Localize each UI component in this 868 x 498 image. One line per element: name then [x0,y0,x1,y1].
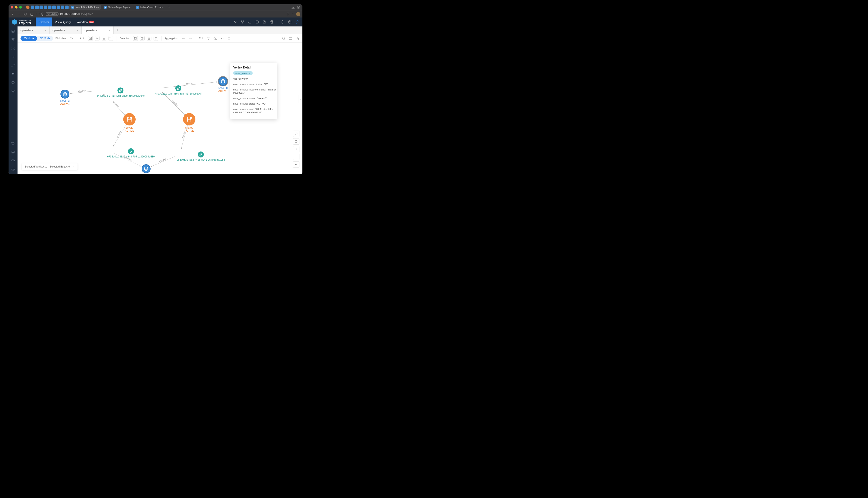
settings-icon[interactable] [11,167,15,172]
expand-icon[interactable] [11,46,15,51]
mini-tab[interactable] [35,5,39,9]
window-close-icon[interactable] [11,6,13,9]
graph-node[interactable]: server-1ACTIVE [141,164,151,174]
aggregation-group-icon[interactable] [181,36,186,41]
help-icon[interactable] [288,20,292,24]
mini-tab[interactable] [52,5,56,9]
undo-icon[interactable] [220,36,225,41]
nav-visual-query[interactable]: Visual Query [52,17,74,26]
link-icon[interactable] [295,20,299,24]
reload-button[interactable] [24,12,27,16]
mode-3d-button[interactable]: 3D Mode [37,36,53,41]
mini-tab[interactable] [65,5,68,9]
graph-node[interactable]: server-3ACTIVE [60,90,69,105]
home-button[interactable] [30,12,34,16]
detection-community-icon[interactable] [154,36,158,41]
new-tab-button[interactable]: + [166,5,171,9]
branch-icon[interactable] [233,20,237,24]
connection-icon[interactable] [11,55,15,59]
app-logo[interactable]: NebulaGraphExplorer [12,19,31,25]
download-icon[interactable] [248,20,252,24]
mini-tab[interactable] [44,5,47,9]
panel-collapse-button[interactable]: ‹ [298,95,303,103]
close-tab-icon[interactable]: × [77,29,78,32]
delete-icon[interactable] [227,36,231,41]
window-maximize-icon[interactable] [19,6,22,9]
mini-tab[interactable] [31,5,34,9]
screenshot-icon[interactable] [288,36,293,41]
layout-dagre-icon[interactable] [108,36,113,41]
profile-avatar[interactable] [296,12,300,16]
print-icon[interactable] [270,20,273,24]
layout-tree-icon[interactable] [102,36,106,41]
forward-button[interactable] [17,12,21,16]
layout-radial-icon[interactable] [95,36,100,41]
save-icon[interactable] [263,20,266,24]
mini-tab[interactable] [48,5,51,9]
svg-point-39 [183,38,183,39]
polygon-icon[interactable] [11,80,15,85]
path-icon[interactable] [11,63,15,68]
mode-2d-button[interactable]: 2D Mode [21,36,37,41]
graph-node[interactable]: server-0ACTIVE [218,77,228,93]
template-icon[interactable] [11,72,15,76]
close-tab-icon[interactable]: × [109,29,111,32]
document-tab[interactable]: openstack× [50,26,81,34]
back-button[interactable] [11,12,14,16]
zoom-out-button[interactable]: − [293,154,299,160]
selection-status[interactable]: Selected Vertices 1 Selected Edges 0 ⌃ [22,163,78,170]
bookmark-icon[interactable] [286,12,290,16]
layout-menu-button[interactable]: ▾ [293,131,299,137]
history-icon[interactable] [11,141,15,146]
graph-node[interactable]: privateACTIVE [123,113,136,132]
detection-isolate-icon[interactable] [147,36,151,41]
chevron-down-icon[interactable]: ▾ [292,13,293,15]
layout-force-icon[interactable] [88,36,93,41]
tree-icon[interactable] [241,20,244,24]
mini-tab[interactable] [39,5,43,9]
console-icon[interactable] [11,150,15,155]
url-input[interactable]: Not Secure 192.168.8.131:7002/explorer [36,12,284,16]
graph-node[interactable]: 344ebd38-374d-4dd5-bade-356d0cbf364c [97,88,144,97]
graph-node[interactable]: 6734d4a1-3342-4f9f-87b5-ca366689dd39 [107,148,155,158]
mini-tab[interactable] [61,5,64,9]
detection-loop-icon[interactable] [133,36,138,41]
document-tab[interactable]: openstack× [81,26,114,34]
browser-tab[interactable]: NNebulaGraph Explorer [134,5,166,10]
window-minimize-icon[interactable] [15,6,17,9]
trash-icon[interactable]: 🗑 [297,5,300,9]
add-tab-button[interactable]: + [114,28,121,32]
document-tab[interactable]: openstack× [17,26,50,34]
mini-tab[interactable] [56,5,60,9]
security-badge: Not Secure [46,12,59,16]
filter-icon[interactable] [11,38,15,42]
nav-explorer[interactable]: Explorer [36,17,52,26]
browser-tab[interactable]: NNebulaGraph Explorer [69,5,101,10]
cloud-icon[interactable]: ☁ [291,5,295,9]
layers-icon[interactable] [11,89,15,93]
graph-node[interactable]: sharedACTIVE [183,113,195,132]
detection-hang-icon[interactable] [140,36,144,41]
edit-hide-icon[interactable] [213,36,218,41]
graph-node[interactable]: 44a7a252-f149-43cc-8cf6-4572bec5500f [155,86,202,95]
chevron-up-icon: ⌃ [73,166,75,168]
reset-zoom-button[interactable]: ⇤ [293,161,299,168]
share-icon[interactable] [295,36,299,41]
graph-node[interactable]: 96db053b-fe6a-44b6-8041-06403b871953 [177,152,225,161]
fit-view-button[interactable] [293,138,299,145]
search-icon[interactable] [11,29,15,34]
aggregation-ungroup-icon[interactable] [188,36,193,41]
close-tab-icon[interactable]: × [44,29,46,32]
svg-rect-34 [148,37,150,39]
export-icon[interactable] [255,20,259,24]
globe-icon[interactable] [281,20,284,24]
svg-rect-6 [243,21,244,22]
svg-point-64 [127,117,128,118]
browser-tab[interactable]: NNebulaGraph Explorer [101,5,133,10]
zoom-in-button[interactable]: + [293,146,299,152]
edit-show-icon[interactable] [206,36,211,41]
canvas-search-icon[interactable] [281,36,286,41]
nav-workflow[interactable]: WorkflowBeta [74,17,97,26]
bird-view-toggle[interactable] [69,36,74,41]
help-sidebar-icon[interactable] [11,158,15,163]
